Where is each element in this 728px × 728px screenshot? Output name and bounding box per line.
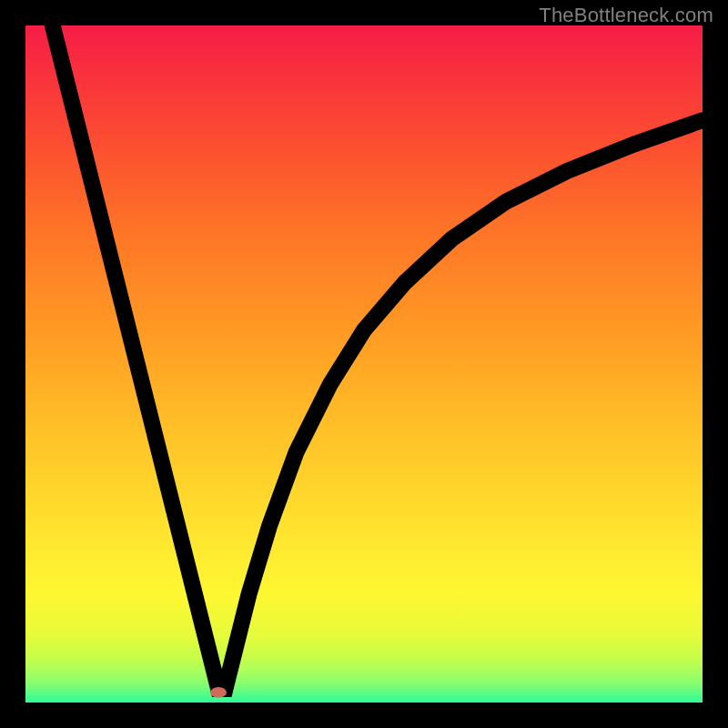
min-marker: [210, 687, 227, 698]
bottleneck-curve: [53, 25, 703, 689]
chart-svg: [25, 25, 703, 703]
watermark-text: TheBottleneck.com: [539, 4, 713, 27]
plot-area: [25, 25, 703, 703]
chart-frame: TheBottleneck.com: [0, 0, 728, 728]
